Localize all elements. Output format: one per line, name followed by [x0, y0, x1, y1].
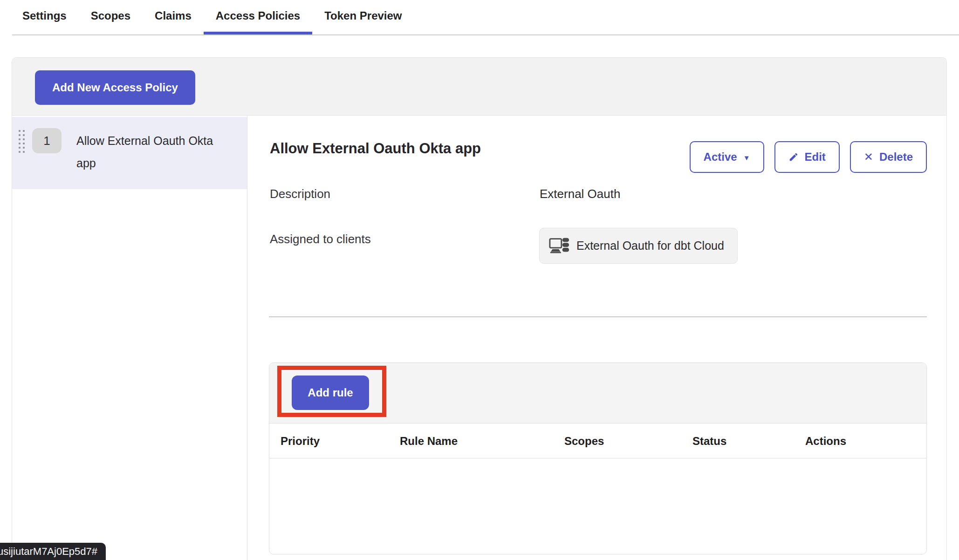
rules-table-empty-body	[269, 459, 926, 554]
tab-claims[interactable]: Claims	[143, 0, 204, 34]
column-priority: Priority	[281, 423, 320, 458]
tab-token-preview[interactable]: Token Preview	[312, 0, 414, 34]
description-label: Description	[270, 187, 330, 201]
policy-list-sidebar: 1 Allow External Oauth Okta app	[12, 116, 247, 560]
policy-list-item[interactable]: 1 Allow External Oauth Okta app	[12, 117, 247, 189]
policy-detail: Allow External Oauth Okta app Active ▼ E…	[247, 116, 946, 560]
access-policies-panel: Add New Access Policy 1 Allow External O…	[12, 57, 947, 560]
rules-panel: Add rule Priority Rule Name Scopes Statu…	[269, 362, 927, 554]
link-preview-text: usijiutarM7Aj0Ep5d7#	[0, 546, 97, 558]
tab-list: Settings Scopes Claims Access Policies T…	[10, 0, 414, 34]
tab-settings[interactable]: Settings	[10, 0, 79, 34]
panel-body: 1 Allow External Oauth Okta app Allow Ex…	[12, 116, 946, 560]
delete-button[interactable]: ✕ Delete	[850, 141, 927, 173]
policy-priority-badge: 1	[32, 128, 62, 153]
client-app-icon	[549, 237, 570, 255]
drag-handle-icon[interactable]	[19, 130, 25, 153]
red-annotation-rectangle: Add rule	[277, 366, 386, 417]
tab-bar-divider	[12, 34, 959, 35]
close-icon: ✕	[864, 151, 873, 163]
tab-scopes[interactable]: Scopes	[79, 0, 143, 34]
description-value: External Oauth	[540, 187, 620, 201]
policy-action-buttons: Active ▼ Edit ✕ Delete	[690, 141, 927, 173]
assigned-clients-label: Assigned to clients	[270, 232, 371, 246]
assigned-client-chip[interactable]: External Oauth for dbt Cloud	[539, 228, 738, 264]
policy-name-label: Allow External Oauth Okta app	[76, 130, 221, 174]
rules-table-header: Priority Rule Name Scopes Status Actions	[269, 423, 926, 458]
column-rule-name: Rule Name	[400, 423, 458, 458]
link-preview-tooltip: usijiutarM7Aj0Ep5d7#	[0, 543, 106, 560]
page-title: Allow External Oauth Okta app	[270, 140, 481, 157]
chevron-down-icon: ▼	[743, 154, 750, 161]
tab-access-policies[interactable]: Access Policies	[204, 0, 312, 34]
tab-bar: Settings Scopes Claims Access Policies T…	[0, 0, 959, 35]
pencil-icon	[788, 152, 799, 162]
column-actions: Actions	[805, 423, 846, 458]
column-status: Status	[692, 423, 726, 458]
rules-panel-header: Add rule	[269, 363, 926, 423]
add-new-access-policy-button[interactable]: Add New Access Policy	[35, 70, 195, 105]
status-dropdown-button[interactable]: Active ▼	[690, 141, 764, 173]
assigned-client-name: External Oauth for dbt Cloud	[576, 239, 724, 253]
add-rule-button[interactable]: Add rule	[292, 376, 369, 410]
edit-button[interactable]: Edit	[774, 141, 840, 173]
section-divider	[269, 316, 927, 317]
column-scopes: Scopes	[564, 423, 604, 458]
panel-header: Add New Access Policy	[12, 58, 946, 116]
